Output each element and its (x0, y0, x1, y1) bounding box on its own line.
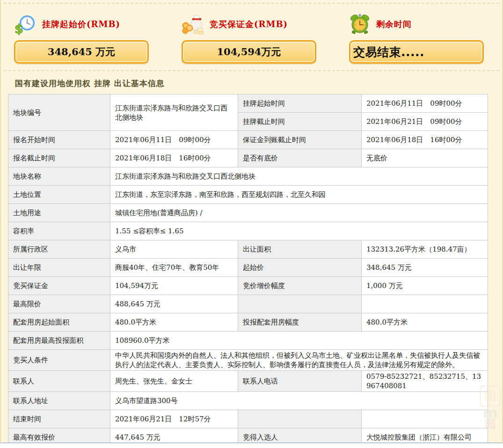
label-max-price: 最高限价 (8, 295, 110, 313)
deposit-money-icon (182, 14, 204, 35)
label-signup-start: 报名开始时间 (8, 131, 110, 149)
stat-remaining-time: 剩余时间 交易结束..... (349, 12, 484, 64)
value-bidder-conditions: 中华人民共和国境内外的自然人、法人和其他组织，但被列入义乌市土地、矿业权出让黑名… (110, 350, 488, 371)
land-info-table: 地块编号 江东街道宗泽东路与和欣路交叉口西北侧地块 挂牌起始时间 2021年06… (8, 94, 488, 443)
label-start-price: 起始价 (238, 259, 362, 277)
table-row: 出让年限 商服40年、住宅70年、教育50年 起始价 348,645 万元 (8, 259, 488, 277)
remaining-time-box: 交易结束..... (349, 40, 484, 64)
value-highest-bid: 447,645 万元 (110, 428, 238, 444)
value-increment: 1,000 万元 (362, 277, 488, 295)
label-district: 所属行政区 (8, 240, 110, 259)
table-row: 土地位置 江东街道，东至宗泽东路，南至和欣路，西至规划四路，北至久和园 (8, 186, 488, 204)
value-plot-ratio: 1.55 ≤容积率≤ 1.65 (110, 222, 488, 240)
table-row: 竞买人条件 中华人民共和国境内外的自然人、法人和其他组织，但被列入义乌市土地、矿… (8, 350, 488, 371)
value-listing-end: 2021年06月21日 09时00分 (362, 113, 488, 131)
bid-deposit-value: 104,594万元 (217, 45, 281, 58)
label-end-time: 结束时间 (8, 410, 110, 428)
value-max-price: 488,645 万元 (110, 295, 238, 313)
stat-head: $ 挂牌起始价(RMB) (14, 12, 149, 36)
label-listing-start: 挂牌起始时间 (238, 94, 362, 113)
value-deposit: 104,594万元 (110, 277, 238, 295)
label-increment: 竞价增价幅度 (238, 277, 362, 295)
value-end-time: 2021年06月21日 12时57分 (110, 410, 238, 428)
label-highest-bid: 最高有效报价 (8, 428, 110, 444)
stat-bid-deposit: 竞买保证金(RMB) 104,594万元 (182, 12, 316, 64)
stat-listing-start-price: $ 挂牌起始价(RMB) 348,645 万元 (14, 12, 149, 64)
value-signup-start: 2021年06月11日 09时00分 (110, 131, 238, 149)
stat-label: 竞买保证金(RMB) (210, 19, 288, 30)
label-support-max-area: 配套用房最高投报面积 (8, 332, 110, 350)
empty-value-cell (362, 410, 488, 428)
table-row: 所属行政区 义乌市 出让面积 132313.26平方米（198.47亩） (8, 240, 488, 259)
label-listing-end: 挂牌截止时间 (238, 113, 362, 131)
alarm-clock-icon (349, 14, 371, 35)
table-row: 报名截止时间 2021年06月18日 16时00分 是否有底价 无底价 (8, 149, 488, 167)
stat-label: 挂牌起始价(RMB) (42, 19, 120, 30)
label-support-start-area: 配套用房起始面积 (8, 313, 110, 332)
label-contact-address: 联系人地址 (8, 392, 110, 410)
value-listing-start: 2021年06月11日 09时00分 (362, 94, 488, 113)
value-land-use: 城镇住宅用地(普通商品房) / (110, 204, 488, 222)
empty-value-cell (362, 295, 488, 313)
table-row: 报名开始时间 2021年06月11日 09时00分 保证金到账截止时间 2021… (8, 131, 488, 149)
table-row: 容积率 1.55 ≤容积率≤ 1.65 (8, 222, 488, 240)
table-row: 结束时间 2021年06月21日 12时57分 (8, 410, 488, 428)
stat-head: 竞买保证金(RMB) (182, 12, 316, 36)
table-row: 竞买保证金 104,594万元 竞价增价幅度 1,000 万元 (8, 277, 488, 295)
table-row: 最高限价 488,645 万元 (8, 295, 488, 313)
label-winner: 竞得入选人 (238, 428, 362, 444)
value-tenure: 商服40年、住宅70年、教育50年 (110, 259, 238, 277)
value-deposit-deadline: 2021年06月18日 16时00分 (362, 131, 488, 149)
remaining-time-value: 交易结束..... (353, 44, 424, 60)
bid-deposit-box: 104,594万元 (182, 40, 316, 64)
label-deposit-deadline: 保证金到账截止时间 (238, 131, 362, 149)
value-start-price: 348,645 万元 (362, 259, 488, 277)
section-title: 国有建设用地使用权 挂牌 出让基本信息 (1, 71, 502, 94)
label-location: 土地位置 (8, 186, 110, 204)
value-reserve: 无底价 (362, 149, 488, 167)
label-contact: 联系人 (8, 371, 110, 392)
value-plot-no: 江东街道宗泽东路与和欣路交叉口西北侧地块 (110, 94, 238, 131)
table-row: 最高有效报价 447,645 万元 竞得入选人 大悦城控股集团（浙江）有限公司 (8, 428, 488, 444)
label-plot-name: 地块名称 (8, 167, 110, 186)
value-plot-name: 江东街道宗泽东路与和欣路交叉口西北侧地块 (110, 167, 488, 186)
stat-label: 剩余时间 (376, 19, 412, 30)
price-clock-icon: $ (14, 14, 36, 35)
value-area: 132313.26平方米（198.47亩） (362, 240, 488, 259)
land-listing-page: $ 挂牌起始价(RMB) 348,645 万元 (0, 0, 503, 443)
table-row: 联系人 周先生、张先生、金女士 联系人电话 0579-85232721、8523… (8, 371, 488, 392)
label-signup-end: 报名截止时间 (8, 149, 110, 167)
label-plot-no: 地块编号 (8, 94, 110, 131)
value-signup-end: 2021年06月18日 16时00分 (110, 149, 238, 167)
svg-text:$: $ (15, 22, 23, 35)
label-plot-ratio: 容积率 (8, 222, 110, 240)
listing-start-price-value: 348,645 万元 (48, 45, 115, 58)
table-row: 配套用房起始面积 480.0平方米 投报配套用房幅度 480.0平方米 (8, 313, 488, 332)
empty-label-cell (238, 410, 362, 428)
stats-bar: $ 挂牌起始价(RMB) 348,645 万元 (1, 4, 502, 64)
value-district: 义乌市 (110, 240, 238, 259)
label-bidder-conditions: 竞买人条件 (8, 350, 110, 371)
label-reserve: 是否有底价 (238, 149, 362, 167)
table-row: 土地用途 城镇住宅用地(普通商品房) / (8, 204, 488, 222)
value-support-start-area: 480.0平方米 (110, 313, 238, 332)
value-contact: 周先生、张先生、金女士 (110, 371, 238, 392)
table-row: 地块编号 江东街道宗泽东路与和欣路交叉口西北侧地块 挂牌起始时间 2021年06… (8, 94, 488, 113)
value-support-max-area: 108960.0平方米 (110, 332, 488, 350)
table-row: 配套用房最高投报面积 108960.0平方米 (8, 332, 488, 350)
value-location: 江东街道，东至宗泽东路，南至和欣路，西至规划四路，北至久和园 (110, 186, 488, 204)
value-contact-phone: 0579-85232721、85232715、13967408081 (362, 371, 488, 392)
label-area: 出让面积 (238, 240, 362, 259)
label-tenure: 出让年限 (8, 259, 110, 277)
label-deposit: 竞买保证金 (8, 277, 110, 295)
label-contact-phone: 联系人电话 (238, 371, 362, 392)
label-land-use: 土地用途 (8, 204, 110, 222)
table-row: 联系人地址 义乌市望道路300号 (8, 392, 488, 410)
stat-head: 剩余时间 (349, 12, 484, 36)
table-row: 地块名称 江东街道宗泽东路与和欣路交叉口西北侧地块 (8, 167, 488, 186)
label-support-increment: 投报配套用房幅度 (238, 313, 362, 332)
empty-label-cell (238, 295, 362, 313)
value-contact-address: 义乌市望道路300号 (110, 392, 488, 410)
listing-start-price-box: 348,645 万元 (14, 40, 149, 64)
value-winner: 大悦城控股集团（浙江）有限公司 (362, 428, 488, 444)
